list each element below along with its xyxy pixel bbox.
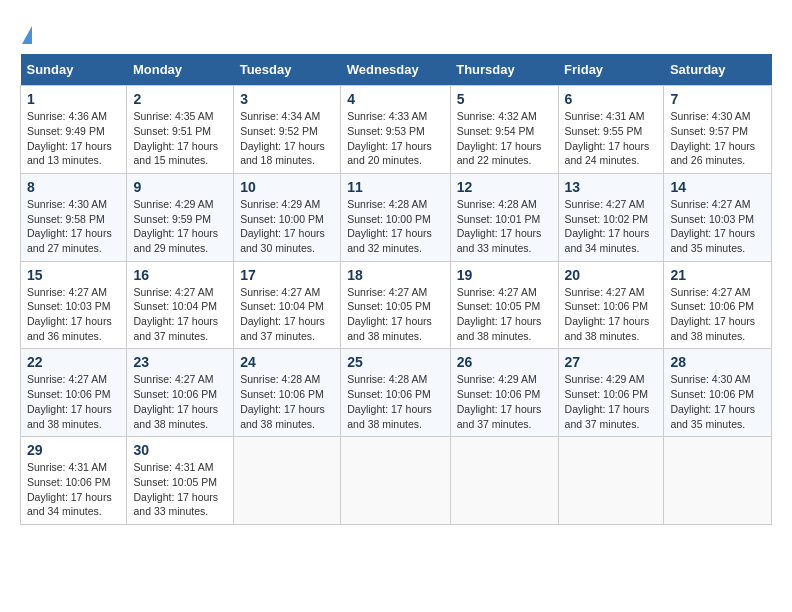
day-number: 16 [133,267,227,283]
calendar-header-row: SundayMondayTuesdayWednesdayThursdayFrid… [21,54,772,86]
calendar-header-thursday: Thursday [450,54,558,86]
calendar-cell [341,437,450,525]
day-info: Sunrise: 4:31 AM Sunset: 10:06 PM Daylig… [27,460,120,519]
calendar-header-friday: Friday [558,54,664,86]
calendar-week-row: 29Sunrise: 4:31 AM Sunset: 10:06 PM Dayl… [21,437,772,525]
day-number: 20 [565,267,658,283]
day-number: 11 [347,179,443,195]
day-info: Sunrise: 4:28 AM Sunset: 10:00 PM Daylig… [347,197,443,256]
day-info: Sunrise: 4:29 AM Sunset: 10:00 PM Daylig… [240,197,334,256]
day-number: 19 [457,267,552,283]
day-number: 30 [133,442,227,458]
day-number: 14 [670,179,765,195]
day-number: 9 [133,179,227,195]
day-number: 6 [565,91,658,107]
day-number: 1 [27,91,120,107]
day-number: 26 [457,354,552,370]
day-info: Sunrise: 4:36 AM Sunset: 9:49 PM Dayligh… [27,109,120,168]
calendar-header-wednesday: Wednesday [341,54,450,86]
calendar-cell: 12Sunrise: 4:28 AM Sunset: 10:01 PM Dayl… [450,173,558,261]
day-info: Sunrise: 4:27 AM Sunset: 10:06 PM Daylig… [133,372,227,431]
day-info: Sunrise: 4:28 AM Sunset: 10:06 PM Daylig… [240,372,334,431]
calendar-cell: 24Sunrise: 4:28 AM Sunset: 10:06 PM Dayl… [234,349,341,437]
day-info: Sunrise: 4:35 AM Sunset: 9:51 PM Dayligh… [133,109,227,168]
day-info: Sunrise: 4:27 AM Sunset: 10:05 PM Daylig… [457,285,552,344]
day-info: Sunrise: 4:27 AM Sunset: 10:03 PM Daylig… [670,197,765,256]
calendar-cell: 20Sunrise: 4:27 AM Sunset: 10:06 PM Dayl… [558,261,664,349]
day-number: 4 [347,91,443,107]
day-number: 2 [133,91,227,107]
calendar-cell: 13Sunrise: 4:27 AM Sunset: 10:02 PM Dayl… [558,173,664,261]
calendar-week-row: 22Sunrise: 4:27 AM Sunset: 10:06 PM Dayl… [21,349,772,437]
day-number: 3 [240,91,334,107]
day-number: 7 [670,91,765,107]
calendar-header-saturday: Saturday [664,54,772,86]
calendar-week-row: 8Sunrise: 4:30 AM Sunset: 9:58 PM Daylig… [21,173,772,261]
calendar-cell: 4Sunrise: 4:33 AM Sunset: 9:53 PM Daylig… [341,86,450,174]
calendar-week-row: 15Sunrise: 4:27 AM Sunset: 10:03 PM Dayl… [21,261,772,349]
day-number: 15 [27,267,120,283]
calendar-cell: 22Sunrise: 4:27 AM Sunset: 10:06 PM Dayl… [21,349,127,437]
day-info: Sunrise: 4:34 AM Sunset: 9:52 PM Dayligh… [240,109,334,168]
day-info: Sunrise: 4:27 AM Sunset: 10:05 PM Daylig… [347,285,443,344]
calendar-cell [234,437,341,525]
day-info: Sunrise: 4:32 AM Sunset: 9:54 PM Dayligh… [457,109,552,168]
calendar-header-monday: Monday [127,54,234,86]
calendar-cell: 11Sunrise: 4:28 AM Sunset: 10:00 PM Dayl… [341,173,450,261]
calendar-cell: 10Sunrise: 4:29 AM Sunset: 10:00 PM Dayl… [234,173,341,261]
day-number: 29 [27,442,120,458]
day-info: Sunrise: 4:29 AM Sunset: 10:06 PM Daylig… [565,372,658,431]
day-info: Sunrise: 4:31 AM Sunset: 9:55 PM Dayligh… [565,109,658,168]
day-number: 25 [347,354,443,370]
calendar-cell: 8Sunrise: 4:30 AM Sunset: 9:58 PM Daylig… [21,173,127,261]
calendar-cell: 3Sunrise: 4:34 AM Sunset: 9:52 PM Daylig… [234,86,341,174]
calendar-header-tuesday: Tuesday [234,54,341,86]
day-number: 24 [240,354,334,370]
calendar-cell: 5Sunrise: 4:32 AM Sunset: 9:54 PM Daylig… [450,86,558,174]
page-header [20,20,772,44]
day-number: 5 [457,91,552,107]
day-info: Sunrise: 4:27 AM Sunset: 10:06 PM Daylig… [670,285,765,344]
day-info: Sunrise: 4:28 AM Sunset: 10:01 PM Daylig… [457,197,552,256]
day-number: 27 [565,354,658,370]
calendar-week-row: 1Sunrise: 4:36 AM Sunset: 9:49 PM Daylig… [21,86,772,174]
day-info: Sunrise: 4:27 AM Sunset: 10:06 PM Daylig… [27,372,120,431]
day-info: Sunrise: 4:29 AM Sunset: 10:06 PM Daylig… [457,372,552,431]
calendar-cell: 27Sunrise: 4:29 AM Sunset: 10:06 PM Dayl… [558,349,664,437]
calendar-cell: 23Sunrise: 4:27 AM Sunset: 10:06 PM Dayl… [127,349,234,437]
day-info: Sunrise: 4:29 AM Sunset: 9:59 PM Dayligh… [133,197,227,256]
day-number: 12 [457,179,552,195]
day-number: 18 [347,267,443,283]
calendar-cell: 15Sunrise: 4:27 AM Sunset: 10:03 PM Dayl… [21,261,127,349]
calendar-cell: 21Sunrise: 4:27 AM Sunset: 10:06 PM Dayl… [664,261,772,349]
calendar-cell: 6Sunrise: 4:31 AM Sunset: 9:55 PM Daylig… [558,86,664,174]
day-number: 17 [240,267,334,283]
calendar-cell: 14Sunrise: 4:27 AM Sunset: 10:03 PM Dayl… [664,173,772,261]
day-number: 28 [670,354,765,370]
day-info: Sunrise: 4:30 AM Sunset: 10:06 PM Daylig… [670,372,765,431]
day-number: 22 [27,354,120,370]
calendar-header-sunday: Sunday [21,54,127,86]
calendar-cell: 19Sunrise: 4:27 AM Sunset: 10:05 PM Dayl… [450,261,558,349]
calendar-cell [450,437,558,525]
day-info: Sunrise: 4:28 AM Sunset: 10:06 PM Daylig… [347,372,443,431]
day-number: 21 [670,267,765,283]
calendar-cell: 25Sunrise: 4:28 AM Sunset: 10:06 PM Dayl… [341,349,450,437]
calendar-cell: 7Sunrise: 4:30 AM Sunset: 9:57 PM Daylig… [664,86,772,174]
day-number: 8 [27,179,120,195]
calendar-table: SundayMondayTuesdayWednesdayThursdayFrid… [20,54,772,525]
logo [20,20,32,44]
calendar-cell: 16Sunrise: 4:27 AM Sunset: 10:04 PM Dayl… [127,261,234,349]
calendar-cell: 28Sunrise: 4:30 AM Sunset: 10:06 PM Dayl… [664,349,772,437]
day-info: Sunrise: 4:30 AM Sunset: 9:58 PM Dayligh… [27,197,120,256]
calendar-cell: 30Sunrise: 4:31 AM Sunset: 10:05 PM Dayl… [127,437,234,525]
day-info: Sunrise: 4:33 AM Sunset: 9:53 PM Dayligh… [347,109,443,168]
calendar-cell: 17Sunrise: 4:27 AM Sunset: 10:04 PM Dayl… [234,261,341,349]
day-info: Sunrise: 4:27 AM Sunset: 10:06 PM Daylig… [565,285,658,344]
day-number: 23 [133,354,227,370]
logo-triangle-icon [22,26,32,44]
calendar-cell: 26Sunrise: 4:29 AM Sunset: 10:06 PM Dayl… [450,349,558,437]
calendar-cell [664,437,772,525]
calendar-cell: 1Sunrise: 4:36 AM Sunset: 9:49 PM Daylig… [21,86,127,174]
day-number: 10 [240,179,334,195]
